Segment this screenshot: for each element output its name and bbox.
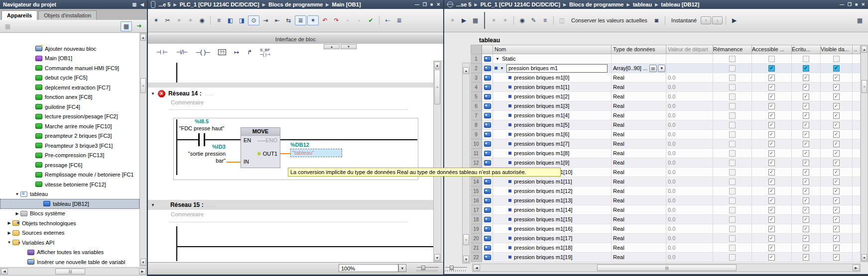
accessible-checkbox[interactable] (768, 169, 775, 176)
table-row[interactable]: 3 pression briques m1[0] Real ▤ ▼ (471, 73, 861, 83)
network-15-header[interactable]: ▼ Réseau 15 : ..... (148, 200, 433, 210)
close-icon[interactable]: ✕ (436, 2, 440, 7)
data-type-cell[interactable]: Real ▤ ▼ (612, 111, 666, 120)
type-dropdown-icon[interactable]: ▼ (658, 65, 665, 72)
name-cell[interactable]: pression briques m1[6] (493, 130, 612, 139)
visible-checkbox[interactable] (833, 93, 840, 100)
visible-checkbox[interactable] (833, 103, 840, 109)
variable-name[interactable]: pression briques m1[0] (514, 75, 569, 81)
name-cell[interactable]: ▼ Static (493, 54, 612, 64)
next-error-icon[interactable]: ↷ (331, 16, 342, 25)
table-row[interactable]: 9 pression briques m1[6] Real ▤ ▼ (471, 130, 861, 139)
name-cell[interactable]: pression briques m1[5] (493, 120, 612, 130)
writable-checkbox[interactable] (803, 150, 809, 157)
accessible-checkbox[interactable] (768, 235, 775, 242)
start-value-cell[interactable]: 0.0 (666, 111, 713, 120)
writable-checkbox[interactable] (803, 216, 809, 223)
breadcrumb-item[interactable]: PLC_1 [CPU 1214C DC/DC/DC] (481, 1, 560, 7)
retain-checkbox[interactable] (729, 141, 736, 147)
writable-checkbox[interactable] (803, 131, 809, 138)
name-cell[interactable]: pression briques m1[19] (493, 253, 612, 262)
visible-checkbox[interactable] (833, 160, 840, 166)
name-cell[interactable]: pression briques m1[2] (493, 92, 612, 101)
start-value-cell[interactable]: 0.0 (666, 130, 713, 139)
modify-icon[interactable]: ✶ (447, 16, 458, 25)
accessible-checkbox[interactable] (768, 75, 775, 81)
tree-item[interactable]: Preampteur 3 brique3 [FC1] (0, 141, 139, 151)
delete-network-icon[interactable]: ✂ (162, 16, 173, 25)
absolute-operands-icon[interactable]: ≡ (214, 16, 224, 25)
start-value-cell[interactable]: 0.0 (666, 253, 713, 262)
variable-name[interactable]: pression briques m1[18] (514, 245, 572, 251)
retain-checkbox[interactable] (729, 226, 736, 232)
table-row[interactable]: 15 pression briques m1[12] Real ▤ ▼ (471, 186, 861, 196)
go-to-icon[interactable]: ⇠ (382, 16, 393, 25)
retain-checkbox[interactable] (729, 150, 736, 157)
data-type-cell[interactable]: Real ▤ ▼ (612, 158, 666, 168)
variable-name[interactable]: pression briques m1 (506, 64, 608, 73)
tree-item[interactable]: Ajouter nouveau bloc (0, 44, 139, 54)
coil-icon[interactable]: ─( )─ (192, 45, 214, 60)
maximize-icon[interactable]: ■ (430, 2, 433, 7)
retain-checkbox[interactable] (729, 103, 736, 109)
data-type-cell[interactable]: Real ▤ ▼ (612, 101, 666, 111)
writable-checkbox[interactable] (803, 188, 809, 194)
out-operand-box[interactable]: "tableau" (290, 149, 342, 157)
tree-item[interactable]: Pre-compression [FC13] (0, 151, 139, 161)
retain-checkbox[interactable] (729, 254, 736, 261)
insert-row-2-icon[interactable]: ✶ (185, 16, 196, 25)
corner-slider[interactable] (445, 266, 467, 272)
accessible-checkbox[interactable] (768, 131, 775, 138)
close-branch-icon[interactable]: ↱ (243, 45, 256, 60)
table-row[interactable]: 17 pression briques m1[14] Real ▤ ▼ (471, 205, 861, 215)
variable-name[interactable]: pression briques m1[12] (514, 188, 572, 194)
visible-checkbox[interactable] (833, 235, 840, 242)
scroll-thumb[interactable]: ≡ (463, 234, 469, 245)
name-cell[interactable]: pression briques m1[11] (493, 177, 612, 186)
display-options-icon[interactable]: ≣ (394, 16, 404, 25)
name-cell[interactable]: pression briques m1[13] (493, 196, 612, 205)
zoom-slider[interactable] (417, 266, 439, 272)
float-icon[interactable]: ❐ (848, 2, 852, 7)
retain-checkbox[interactable] (729, 122, 736, 128)
minimize-icon[interactable]: — (840, 2, 844, 7)
visible-checkbox[interactable] (833, 226, 840, 232)
empty-box-icon[interactable]: ?? (214, 45, 230, 60)
data-type-cell[interactable]: Real ▤ ▼ (612, 149, 666, 158)
navigator-pane-icon[interactable]: ▥ (132, 2, 137, 7)
collapse-panel-icon[interactable]: ◀ (140, 2, 144, 7)
snapshot-upload-icon[interactable]: ↑ (701, 16, 711, 24)
visible-checkbox[interactable] (833, 65, 840, 72)
zoom-dropdown-icon[interactable]: ▼ (398, 264, 406, 272)
data-type-cell[interactable]: Real ▤ ▼ (612, 83, 666, 92)
writable-checkbox[interactable] (803, 84, 809, 91)
accessible-checkbox[interactable] (768, 226, 775, 232)
network-15-comment[interactable]: Commentaire (171, 211, 204, 217)
column-header[interactable]: Visible da... (821, 45, 853, 54)
accessible-checkbox[interactable] (768, 103, 775, 109)
table-row[interactable]: 18 pression briques m1[15] Real ▤ ▼ (471, 215, 861, 224)
accessible-checkbox[interactable] (768, 93, 775, 100)
name-cell[interactable]: pression briques m1[7] (493, 139, 612, 149)
start-value-cell[interactable]: 0.0 (666, 139, 713, 149)
column-header[interactable]: Nom (493, 45, 612, 54)
tree-item[interactable]: Commande manuel HMI [FC9] (0, 63, 139, 73)
name-cell[interactable]: pression briques m1[16] (493, 224, 612, 234)
variable-name[interactable]: pression briques m1[7] (514, 141, 569, 147)
retain-checkbox[interactable] (729, 197, 736, 204)
retain-checkbox[interactable] (729, 84, 736, 91)
accessible-checkbox[interactable] (768, 65, 775, 72)
table-row[interactable]: 14 pression briques m1[11] Real ▤ ▼ (471, 177, 861, 186)
visible-checkbox[interactable] (833, 188, 840, 194)
start-value-cell[interactable]: 0.0 (666, 196, 713, 205)
accessible-checkbox[interactable] (768, 112, 775, 119)
breadcrumb-item[interactable]: tableau (633, 1, 652, 7)
block-interface-splitter[interactable]: Interface de bloc (148, 35, 443, 44)
start-value-cell[interactable]: 0.0 (666, 243, 713, 253)
variable-name[interactable]: pression briques m1[5] (514, 122, 569, 128)
snapshot-label[interactable]: Instantané (671, 17, 697, 23)
data-type-cell[interactable]: Array[0..90] ... ▤ ▼ (612, 64, 666, 73)
monitor-icon[interactable]: ◫ (557, 16, 567, 25)
data-type-cell[interactable]: Real ▤ ▼ (612, 92, 666, 101)
writable-checkbox[interactable] (803, 226, 809, 232)
